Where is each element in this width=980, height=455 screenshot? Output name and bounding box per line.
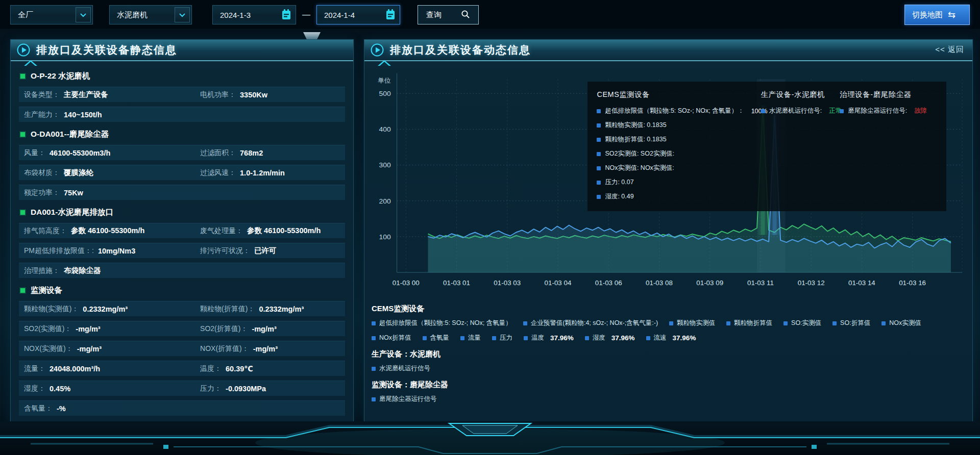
date-range-separator: — [302,10,310,19]
static-info-panel: 排放口及关联设备静态信息 O-P-22 水泥磨机设备类型：主要生产设备电机功率：… [10,39,354,422]
plant-select-value: 全厂 [18,10,33,20]
chevron-down-icon[interactable] [175,7,190,22]
legend-item-label: 含氧量 [430,334,450,342]
end-date-input[interactable]: 2024-1-4 [316,5,400,24]
field-value: 140~150t/h [64,111,102,119]
tooltip-column: CEMS监测设备超低排放限值（颗拉物:5: SOz-; NOx; 含氧量）：10… [597,90,756,207]
chevron-down-icon[interactable] [76,7,91,22]
field-value: 布袋除尘器 [64,266,101,275]
svg-text:01-03 06: 01-03 06 [595,279,622,287]
section-bullet-icon [20,73,26,79]
info-cell: 颗粒物(折算值)：0.2332mg/m³ [195,305,345,314]
legend-item[interactable]: 磨尾除尘器运行信号 [372,395,437,403]
field-label: 治理措施： [24,266,60,275]
tooltip-row-label: SO2实测值: SO2实测值: [605,149,674,158]
info-row: 额定功率：75Kw [19,185,345,200]
legend-marker-icon [832,321,837,325]
field-value: 60.39℃ [226,365,253,373]
field-label: SO2(实测值)： [24,324,71,334]
field-value: 0.2332mg/m³ [83,305,128,313]
legend-item-label: 超低排放限值（颗拉物:5: SOz-; NOx; 含氧量） [379,319,512,327]
legend-item[interactable]: 颗粒物折算值 [726,319,772,327]
tooltip-row-label: 颗粒物实测值: 0.1835 [605,121,666,130]
field-label: 含氧量： [24,404,53,413]
tooltip-row: 湿度: 0.49 [597,192,756,201]
legend-item[interactable]: SO:折算值 [832,319,870,327]
field-value: 参数 46100-55300m/h [71,226,144,236]
calendar-icon[interactable] [385,9,396,21]
info-row: NOX(实测值)：-mg/m³NOX(折算值)：-mg/m³ [19,341,345,356]
tooltip-row-label: 压力: 0.07 [605,178,633,187]
info-cell: 颗粒物(实测值)：0.2332mg/m³ [19,305,195,314]
section-title-text: DA001-水泥磨尾排放口 [31,207,113,218]
tooltip-row: 磨尾除尘器运行信号:故障 [840,107,945,115]
legend-item[interactable]: NOx实测值 [881,319,921,327]
legend-marker-icon [881,321,886,325]
legend-group-title: 生产设备：水泥磨机 [372,349,965,359]
topbar: 全厂 水泥磨机 2024-1-3 — [10,4,970,26]
legend-item[interactable]: 湿度37.96% [585,334,635,342]
info-row: 排气筒高度：参数 46100-55300m/h废气处理量：参数 46100-55… [19,223,345,238]
legend-item[interactable]: 流量 [460,334,481,342]
legend-item[interactable]: 颗粒物实测值 [669,319,715,327]
legend-item-label: 湿度 [593,334,605,342]
field-value: -mg/m³ [77,345,102,353]
legend-item-label: 温度 [531,334,544,342]
tooltip-row-label: 水泥磨机运行信号: [769,107,822,115]
query-button[interactable]: 查询 [418,5,479,24]
emissions-chart[interactable]: 01-03 0001-03 0101-03 0301-03 0401-03 06… [370,68,967,299]
svg-text:01-03 16: 01-03 16 [899,279,926,287]
field-label: 流量： [24,364,45,373]
legend-item[interactable]: 含氧量 [423,334,450,342]
legend-item[interactable]: 温度37.96% [524,334,574,342]
query-button-label: 查询 [426,10,442,20]
switch-map-button[interactable]: 切换地图 ⇆ [904,5,970,25]
info-row: PM超低排排放限值：:10mg/Nm3排污许可状况：已许可 [19,243,345,258]
section-title-text: 监测设备 [31,285,62,296]
tooltip-row: 超低排放限值（颗拉物:5: SOz-; NOx; 含氧量）：100% [597,107,756,115]
legend-item[interactable]: 企业预警值(颗粒物:4; sOz-; NOx-;含氧气量:-) [523,319,658,327]
static-info-list: O-P-22 水泥磨机设备类型：主要生产设备电机功率：3350Kw生产能力：14… [11,61,353,416]
tooltip-row: 水泥磨机运行信号:正常 [761,107,836,115]
dynamic-panel-header: 排放口及关联设备动态信息 << 返回 [364,40,972,61]
field-label: 颗粒物(折算值)： [200,305,255,314]
calendar-icon[interactable] [281,9,292,21]
legend-item[interactable]: SO:实测值 [783,319,821,327]
info-cell: 过滤面积：768m2 [195,148,345,158]
svg-text:01-03 03: 01-03 03 [494,279,521,287]
dynamic-info-panel: 排放口及关联设备动态信息 << 返回 01-03 0001-03 0101-03… [364,39,973,422]
field-label: 过滤面积： [200,148,236,158]
legend-marker-icon [524,336,528,340]
plant-select[interactable]: 全厂 [10,5,93,24]
legend-item[interactable]: 流速37.96% [646,334,696,342]
legend-item[interactable]: 压力 [492,334,512,342]
legend-item-label: 水泥磨机运行信号 [379,364,430,373]
start-date-input[interactable]: 2024-1-3 [212,5,296,24]
field-value: 主要生产设备 [64,90,108,99]
switch-map-label: 切换地图 [912,10,943,20]
series-marker-icon [597,195,601,199]
legend-item[interactable]: NOx折算值 [372,334,411,342]
start-date-value: 2024-1-3 [220,11,251,19]
field-label: NOX(折算值)： [200,344,249,353]
info-cell: NOX(实测值)：-mg/m³ [19,344,195,353]
field-label: 排气筒高度： [24,226,67,236]
legend-item-value: 37.96% [550,334,574,342]
series-marker-icon [597,166,601,170]
info-row: 流量：24048.000m³/h温度：60.39℃ [19,361,345,376]
legend-item-label: 颗粒物实测值 [677,319,715,327]
legend-item[interactable]: 超低排放限值（颗拉物:5: SOz-; NOx; 含氧量） [372,319,512,327]
legend-item[interactable]: 水泥磨机运行信号 [372,364,430,373]
device-select[interactable]: 水泥磨机 [109,5,192,24]
series-marker-icon [597,138,601,142]
info-cell: 废气处理量：参数 46100-55300m/h [195,226,345,236]
play-icon [371,43,384,57]
legend-item-label: 流速 [654,334,667,342]
info-row: SO2(实测值)：-mg/m³SO2(折算值)：-mg/m³ [19,321,345,336]
field-value: 768m2 [240,149,263,157]
back-link[interactable]: << 返回 [935,45,964,55]
info-cell: 流量：24048.000m³/h [19,364,195,373]
play-icon [17,43,30,57]
field-value: -% [57,405,66,413]
legend-item-label: 企业预警值(颗粒物:4; sOz-; NOx-;含氧气量:-) [531,319,658,327]
